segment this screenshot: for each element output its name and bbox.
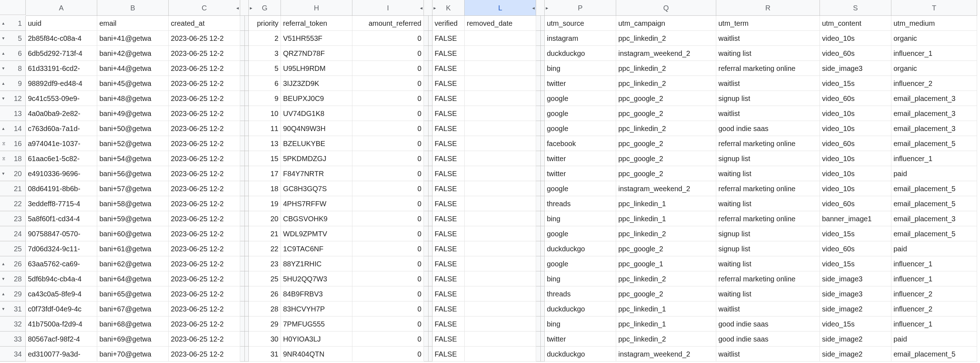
cell-P6[interactable]: duckduckgo [545, 46, 616, 61]
cell-H32[interactable]: 7PMFUG555 [281, 317, 352, 331]
cell-H33[interactable]: H0YIOA3LJ [281, 331, 352, 347]
cell-G31[interactable]: 28 [249, 301, 281, 317]
cell-P25[interactable]: duckduckgo [545, 241, 616, 256]
cell-S29[interactable]: side_image3 [820, 286, 891, 301]
cell-A33[interactable]: 80567acf-98f2-4 [26, 331, 97, 347]
cell-K13[interactable]: FALSE [433, 106, 465, 121]
cell-S13[interactable]: video_10s [820, 106, 891, 121]
cell-Q8[interactable]: ppc_linkedin_2 [616, 61, 716, 76]
cell-R33[interactable]: good indie saas [716, 331, 820, 347]
expand-column-group-icon[interactable]: ▸ [434, 2, 436, 14]
cell-C5[interactable]: 2023-06-25 12-2 [169, 31, 240, 46]
cell-R13[interactable]: waitlist [716, 106, 820, 121]
cell-I23[interactable]: 0 [352, 211, 424, 226]
cell-Q23[interactable]: ppc_linkedin_1 [616, 211, 716, 226]
cell-S23[interactable]: banner_image1 [820, 211, 891, 226]
collapse-column-group-icon[interactable]: ◂ [420, 2, 422, 14]
row-group-toggle-icon[interactable]: ⧖ [2, 138, 5, 150]
cell-B6[interactable]: bani+42@getwa [97, 46, 169, 61]
cell-A28[interactable]: 5df6b94c-cb4a-4 [26, 271, 97, 286]
cell-R16[interactable]: referral marketing online [716, 136, 820, 151]
cell-H24[interactable]: WDL9ZPMTV [281, 226, 352, 241]
cell-G12[interactable]: 9 [249, 91, 281, 106]
cell-H12[interactable]: BEUPXJ0C9 [281, 91, 352, 106]
row-header-32[interactable]: 32 [0, 317, 26, 331]
cell-B28[interactable]: bani+64@getwa [97, 271, 169, 286]
cell-K20[interactable]: FALSE [433, 166, 465, 181]
cell-P8[interactable]: bing [545, 61, 616, 76]
cell-B31[interactable]: bani+67@getwa [97, 301, 169, 317]
row-header-26[interactable]: ▴26 [0, 256, 26, 271]
cell-P5[interactable]: instagram [545, 31, 616, 46]
cell-T29[interactable]: influencer_2 [891, 286, 977, 301]
cell-L8[interactable] [465, 61, 536, 76]
row-header-1[interactable]: ▴1 [0, 16, 26, 31]
cell-C23[interactable]: 2023-06-25 12-2 [169, 211, 240, 226]
row-header-14[interactable]: ▴14 [0, 121, 26, 136]
cell-T22[interactable]: email_placement_5 [891, 196, 977, 211]
cell-L21[interactable] [465, 181, 536, 196]
row-header-33[interactable]: 33 [0, 331, 26, 347]
cell-H6[interactable]: QRZ7ND78F [281, 46, 352, 61]
cell-C13[interactable]: 2023-06-25 12-2 [169, 106, 240, 121]
cell-T5[interactable]: organic [891, 31, 977, 46]
cell-K33[interactable]: FALSE [433, 331, 465, 347]
column-header-G[interactable]: G▸ [249, 0, 281, 16]
column-header-C[interactable]: C◂ [169, 0, 240, 16]
cell-T12[interactable]: email_placement_3 [891, 91, 977, 106]
cell-H20[interactable]: F84Y7NRTR [281, 166, 352, 181]
cell-R12[interactable]: signup list [716, 91, 820, 106]
cell-B8[interactable]: bani+44@getwa [97, 61, 169, 76]
cell-K32[interactable]: FALSE [433, 317, 465, 331]
cell-L6[interactable] [465, 46, 536, 61]
cell-I8[interactable]: 0 [352, 61, 424, 76]
cell-C16[interactable]: 2023-06-25 12-2 [169, 136, 240, 151]
cell-P18[interactable]: twitter [545, 151, 616, 166]
cell-H18[interactable]: 5PKDMDZGJ [281, 151, 352, 166]
cell-G5[interactable]: 2 [249, 31, 281, 46]
cell-H25[interactable]: 1C9TAC6NF [281, 241, 352, 256]
cell-Q13[interactable]: ppc_google_2 [616, 106, 716, 121]
cell-P20[interactable]: twitter [545, 166, 616, 181]
cell-I31[interactable]: 0 [352, 301, 424, 317]
cell-L23[interactable] [465, 211, 536, 226]
cell-B24[interactable]: bani+60@getwa [97, 226, 169, 241]
cell-Q14[interactable]: ppc_linkedin_2 [616, 121, 716, 136]
cell-S6[interactable]: video_60s [820, 46, 891, 61]
cell-I6[interactable]: 0 [352, 46, 424, 61]
cell-R34[interactable]: waitlist [716, 347, 820, 361]
cell-H14[interactable]: 90Q4N9W3H [281, 121, 352, 136]
cell-K34[interactable]: FALSE [433, 347, 465, 361]
cell-T14[interactable]: email_placement_3 [891, 121, 977, 136]
cell-R26[interactable]: waiting list [716, 256, 820, 271]
cell-R9[interactable]: waitlist [716, 76, 820, 91]
cell-A1[interactable]: uuid [26, 16, 97, 31]
row-header-5[interactable]: ▾5 [0, 31, 26, 46]
cell-A6[interactable]: 6db5d292-713f-4 [26, 46, 97, 61]
cell-I24[interactable]: 0 [352, 226, 424, 241]
row-group-toggle-icon[interactable]: ▾ [2, 92, 5, 104]
cell-B33[interactable]: bani+69@getwa [97, 331, 169, 347]
cell-S20[interactable]: video_10s [820, 166, 891, 181]
cell-S21[interactable]: video_10s [820, 181, 891, 196]
cell-S31[interactable]: side_image2 [820, 301, 891, 317]
cell-S32[interactable]: video_15s [820, 317, 891, 331]
cell-A14[interactable]: c763d60a-7a1d- [26, 121, 97, 136]
cell-L12[interactable] [465, 91, 536, 106]
cell-C33[interactable]: 2023-06-25 12-2 [169, 331, 240, 347]
cell-H1[interactable]: referral_token [281, 16, 352, 31]
cell-L31[interactable] [465, 301, 536, 317]
cell-C22[interactable]: 2023-06-25 12-2 [169, 196, 240, 211]
column-header-S[interactable]: S [820, 0, 891, 16]
cell-R20[interactable]: waiting list [716, 166, 820, 181]
row-group-toggle-icon[interactable]: ▴ [2, 258, 5, 270]
cell-I5[interactable]: 0 [352, 31, 424, 46]
row-header-6[interactable]: ▴6 [0, 46, 26, 61]
cell-S5[interactable]: video_10s [820, 31, 891, 46]
cell-A20[interactable]: e4910336-9696- [26, 166, 97, 181]
cell-P34[interactable]: duckduckgo [545, 347, 616, 361]
cell-P28[interactable]: bing [545, 271, 616, 286]
row-header-12[interactable]: ▾12 [0, 91, 26, 106]
cell-C21[interactable]: 2023-06-25 12-2 [169, 181, 240, 196]
cell-T21[interactable]: email_placement_5 [891, 181, 977, 196]
